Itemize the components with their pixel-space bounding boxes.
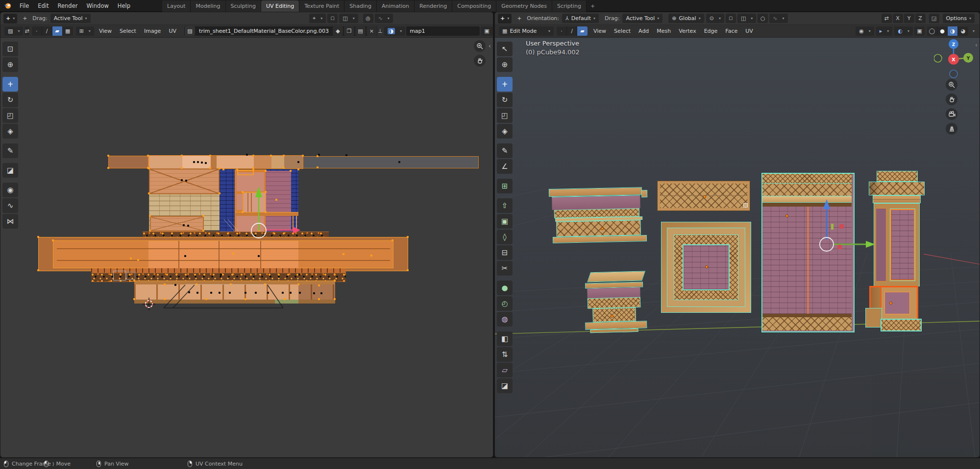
v3-menu-mesh[interactable]: Mesh	[653, 28, 675, 34]
display-channels-dropdown[interactable]: ◑▾	[384, 26, 406, 36]
uv-menu-uv[interactable]: UV	[165, 28, 180, 34]
mirror-y-button[interactable]: Y	[904, 14, 914, 23]
tool-rotate[interactable]: ↻	[497, 93, 513, 107]
uv-map-field[interactable]: map1	[406, 26, 480, 36]
uv-menu-select[interactable]: Select	[116, 28, 140, 34]
tool-pinch[interactable]: ⋈	[2, 214, 18, 229]
tool-cursor[interactable]: ⊕	[497, 57, 513, 72]
gizmos-extra-icon[interactable]: ◲	[929, 14, 939, 23]
tab-compositing[interactable]: Compositing	[452, 0, 496, 12]
transform-orientation-dropdown[interactable]: ⊕Global▾	[668, 14, 704, 23]
drag-dropdown[interactable]: Active Tool▾	[622, 14, 662, 23]
v3-menu-edge[interactable]: Edge	[700, 28, 722, 34]
perspective-toggle-icon[interactable]	[946, 123, 957, 135]
tool-knife[interactable]: ✂	[497, 261, 513, 276]
tab-geometry-nodes[interactable]: Geometry Nodes	[496, 0, 552, 12]
tool-cursor[interactable]: ⊕	[2, 57, 18, 72]
face-mode-button[interactable]: ▰	[577, 26, 588, 36]
duplicate-icon[interactable]: ❐	[344, 26, 354, 36]
v3-menu-vertex[interactable]: Vertex	[675, 28, 700, 34]
image-display-dropdown[interactable]: ▣▾	[481, 26, 493, 36]
image-name[interactable]: trim_sheet1_DefaultMaterial_BaseColor.pn…	[196, 28, 332, 34]
mode-dropdown[interactable]: ▦Edit Mode▾	[499, 26, 554, 36]
tool-rip-region[interactable]: ◪	[497, 378, 513, 393]
tool-extrude-region[interactable]: ⇧	[497, 198, 513, 213]
sticky-select-dropdown[interactable]: ⊞▾	[76, 26, 94, 36]
tab-modeling[interactable]: Modeling	[191, 0, 225, 12]
model-cornice[interactable]	[548, 187, 649, 244]
uv-select-edge-button[interactable]: ∕	[42, 26, 52, 36]
show-object-types-dropdown[interactable]: ◉▾	[856, 26, 874, 36]
tab-sculpting[interactable]: Sculpting	[226, 0, 261, 12]
options-dropdown[interactable]: Options▾	[943, 14, 975, 23]
proportional-editing-icon[interactable]: ○	[758, 14, 768, 23]
menu-edit[interactable]: Edit	[33, 0, 53, 12]
tab-rendering[interactable]: Rendering	[415, 0, 452, 12]
v3-menu-view[interactable]: View	[589, 28, 610, 34]
menu-render[interactable]: Render	[53, 0, 82, 12]
tool-select-box[interactable]: ⊡	[2, 42, 18, 56]
tool-shrink-fatten[interactable]: ⇅	[497, 347, 513, 362]
tool-annotate[interactable]: ✎	[497, 143, 513, 158]
shading-wireframe-button[interactable]: ◯	[927, 26, 937, 36]
tool-annotate[interactable]: ✎	[2, 143, 18, 158]
tab-texture-paint[interactable]: Texture Paint	[299, 0, 344, 12]
gizmos-toggle-dropdown[interactable]: ▸▾	[876, 26, 893, 36]
snap-toggle-icon[interactable]: Ω	[726, 14, 736, 23]
tool-measure[interactable]: ∠	[497, 159, 513, 174]
falloff-dropdown[interactable]: ∿▾	[375, 14, 393, 23]
v3-menu-uv[interactable]: UV	[741, 28, 757, 34]
uv-canvas[interactable]: ⊡⊕+↻◰◈✎◪◉∿⋈ ‹	[0, 38, 493, 457]
sidebar-collapse-arrow[interactable]: ‹	[489, 43, 491, 49]
tool-scale[interactable]: ◰	[2, 108, 18, 123]
tab-layout[interactable]: Layout	[162, 0, 191, 12]
uv-drag-dropdown[interactable]: Active Tool▾	[50, 14, 91, 23]
image-icon[interactable]: ▨	[185, 26, 195, 36]
tool-relax[interactable]: ∿	[2, 198, 18, 213]
tool-add-cube[interactable]: ⊞	[497, 179, 513, 193]
tool-scale[interactable]: ◰	[497, 108, 513, 123]
tool-rotate[interactable]: ↻	[2, 93, 18, 107]
zoom-icon[interactable]	[474, 40, 486, 52]
add-workspace-button[interactable]: +	[587, 0, 599, 12]
tab-uv-editing[interactable]: UV Editing	[261, 0, 299, 12]
overlays-toggle-dropdown[interactable]: ◐▾	[894, 26, 913, 36]
tool-move[interactable]: +	[497, 77, 513, 92]
viewport-canvas[interactable]: User Perspective (0) pCube94.002 ↖⊕+↻◰◈✎…	[495, 38, 980, 457]
open-folder-icon[interactable]: ▤	[355, 26, 366, 36]
uv-menu-image[interactable]: Image	[140, 28, 165, 34]
uv-sync-select-icon[interactable]: ⇄	[24, 26, 29, 36]
zoom-icon[interactable]	[946, 79, 957, 91]
xray-toggle-icon[interactable]: ▣	[914, 26, 925, 36]
navigation-gizmo[interactable]: Z Y X	[934, 38, 978, 82]
sidebar-collapse-arrow[interactable]: ‹	[975, 42, 978, 48]
model-pedestal[interactable]	[582, 270, 649, 333]
snap-with-dropdown[interactable]: ◫▾	[339, 14, 358, 23]
vertex-mode-button[interactable]: ·	[557, 26, 567, 36]
menu-file[interactable]: File	[15, 0, 33, 12]
snap-toggle-icon[interactable]: Ω	[327, 14, 338, 23]
uv-select-vertex-button[interactable]: ·	[32, 26, 42, 36]
mirror-z-button[interactable]: Z	[915, 14, 926, 23]
fake-user-shield-icon[interactable]: ◆	[333, 26, 343, 36]
tool-inset-faces[interactable]: ▣	[497, 214, 513, 229]
tool-move[interactable]: +	[2, 77, 18, 92]
uv-select-face-button[interactable]: ▰	[52, 26, 63, 36]
blender-logo-icon[interactable]	[4, 1, 12, 10]
menu-window[interactable]: Window	[82, 0, 113, 12]
snap-with-dropdown[interactable]: ◫▾	[737, 14, 756, 23]
snap-target-dropdown[interactable]: ⌖▾	[309, 14, 326, 23]
tool-shear[interactable]: ▱	[497, 363, 513, 377]
tool-rip-region[interactable]: ◪	[2, 163, 18, 178]
tab-scripting[interactable]: Scripting	[552, 0, 587, 12]
tool-loop-cut[interactable]: ⊟	[497, 245, 513, 260]
tool-transform[interactable]: ◈	[497, 124, 513, 139]
shading-material-button[interactable]: ◑	[948, 26, 958, 36]
edge-mode-button[interactable]: ∕	[567, 26, 577, 36]
shading-rendered-button[interactable]: ◕	[958, 26, 968, 36]
uv-menu-view[interactable]: View	[95, 28, 116, 34]
tab-shading[interactable]: Shading	[344, 0, 377, 12]
pivot-point-dropdown[interactable]: ⊙▾	[706, 14, 724, 23]
pan-hand-icon[interactable]	[946, 94, 957, 105]
pan-hand-icon[interactable]	[474, 55, 486, 67]
